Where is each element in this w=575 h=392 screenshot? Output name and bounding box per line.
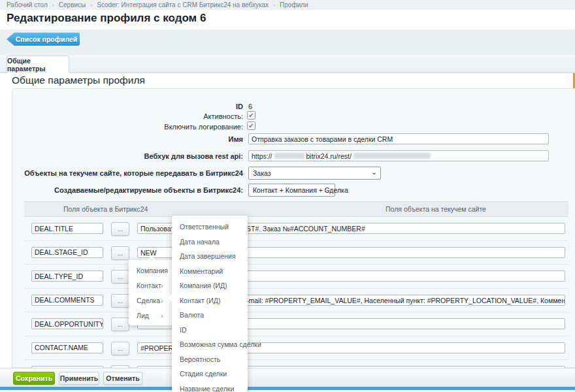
- table-header-site-fields: Поля объекта на текучем сайте: [386, 205, 486, 213]
- breadcrumb-item-profiles[interactable]: Профили: [280, 1, 308, 8]
- bitrix-field-input[interactable]: DEAL.COMMENTS: [31, 295, 103, 306]
- field-picker-button[interactable]: ...: [111, 342, 129, 355]
- submenu-item-stage[interactable]: Стадия сделки: [172, 367, 248, 382]
- field-mapping-table: Поля объекта в Битрикс24 Поля объекта на…: [24, 201, 568, 368]
- id-value: 6: [248, 103, 252, 110]
- webhook-input[interactable]: https://bitrix24.ru/rest/: [248, 150, 549, 161]
- submenu-item-comment[interactable]: Комментарий: [172, 264, 248, 279]
- submenu-arrow-icon: ›: [161, 263, 163, 278]
- site-field-value: -mail: #PROPERTY_EMAIL_VALUE#, Населенны…: [246, 297, 565, 304]
- site-field-value: NEW: [140, 249, 157, 257]
- bitrix-field-input[interactable]: DEAL.OPPORTUNITY: [31, 318, 103, 329]
- logging-label: Включить логирование:: [8, 123, 243, 131]
- footer-bar: Сохранить Применить Отменить: [0, 368, 575, 387]
- bitrix-field-input[interactable]: DEAL.TITLE: [31, 223, 103, 234]
- name-label: Имя: [8, 135, 243, 143]
- submenu-item-currency[interactable]: Валюта: [172, 308, 248, 323]
- active-checkbox[interactable]: ✔: [247, 111, 255, 120]
- submenu-item-end-date[interactable]: Дата завершения: [172, 249, 248, 264]
- bitrix-field-value: CONTACT.NAME: [35, 344, 88, 351]
- submenu-item-deal-name[interactable]: Название сделки: [172, 382, 248, 392]
- submenu-item-start-date[interactable]: Дата начала: [172, 235, 248, 250]
- submenu-item-company-id[interactable]: Компания (ИД): [172, 278, 248, 293]
- submenu-item-responsible[interactable]: Ответственный: [172, 220, 248, 235]
- breadcrumb-item-module[interactable]: Scoder: Интеграция сайта с CRM Битрикс24…: [97, 1, 269, 8]
- bottom-accent-line: [0, 387, 575, 390]
- submenu-item-id[interactable]: ID: [172, 323, 248, 338]
- field-picker-button[interactable]: ...: [111, 270, 129, 284]
- breadcrumb-separator-icon: ›: [52, 2, 54, 8]
- name-input[interactable]: Отправка заказов с товарами в сделки CRM: [248, 133, 549, 144]
- breadcrumb-item-desktop[interactable]: Рабочий стол: [7, 1, 48, 8]
- submenu-arrow-icon: ›: [161, 293, 163, 308]
- table-row: DEAL.COMMENTS ... -mail: #PROPERTY_EMAIL…: [24, 289, 568, 313]
- table-row: DEAL.TYPE_ID ...: [24, 265, 568, 289]
- bitrix-field-value: DEAL.TITLE: [35, 225, 73, 233]
- breadcrumb-item-services[interactable]: Сервисы: [59, 1, 86, 8]
- crm-objects-select[interactable]: Контакт + Компания + Сделка ⌄: [248, 184, 335, 197]
- logging-checkbox[interactable]: ✔: [247, 122, 255, 130]
- redacted-block: [353, 153, 431, 159]
- tab-general-parameters[interactable]: Общие параметры: [7, 56, 69, 73]
- menu-item-label: Лид: [137, 312, 149, 319]
- bitrix-field-value: DEAL.STAGE_ID: [35, 248, 88, 256]
- bitrix-field-value: DEAL.OPPORTUNITY: [35, 320, 103, 328]
- field-picker-button[interactable]: ...: [111, 246, 129, 260]
- cancel-button[interactable]: Отменить: [103, 372, 142, 385]
- bitrix-field-value: DEAL.COMMENTS: [35, 296, 95, 304]
- table-row: DEAL.OPPORTUNITY ...: [24, 312, 568, 336]
- table-header: Поля объекта в Битрикс24 Поля объекта на…: [24, 201, 568, 217]
- active-label: Активность:: [8, 112, 243, 120]
- bitrix-field-input[interactable]: CONTACT.NAME: [31, 342, 103, 353]
- site-field-value: ST#. Заказ №#ACCOUNT_NUMBER#: [246, 225, 365, 233]
- breadcrumb-separator-icon: ›: [90, 2, 92, 8]
- breadcrumb: Рабочий стол › Сервисы › Scoder: Интегра…: [0, 0, 575, 10]
- site-objects-value: Заказ: [253, 169, 271, 177]
- site-objects-select[interactable]: Заказ ⌄: [248, 167, 381, 180]
- section-heading: Общие параметры профиля: [12, 74, 145, 86]
- bitrix-field-value: DEAL.TYPE_ID: [35, 272, 83, 280]
- menu-item-label: Сделка: [137, 297, 160, 304]
- name-input-value: Отправка заказов с товарами в сделки CRM: [252, 135, 393, 143]
- tab-bar: [0, 55, 575, 73]
- favorite-star-icon[interactable]: ☆: [172, 13, 180, 25]
- save-button[interactable]: Сохранить: [13, 372, 55, 385]
- field-picker-button[interactable]: ...: [111, 294, 129, 308]
- toolbar-band: [0, 29, 575, 55]
- table-row: DEAL.TITLE ... Пользователь ST#. Заказ №…: [24, 217, 568, 241]
- bitrix-field-input[interactable]: DEAL.TYPE_ID: [31, 270, 103, 282]
- submenu-arrow-icon: ›: [161, 308, 163, 323]
- table-row: DEAL.STAGE_ID ... NEW: [24, 241, 568, 265]
- site-objects-label: Объекты на текучем сайте, которые переда…: [8, 169, 243, 177]
- chevron-down-icon: ⌄: [325, 185, 331, 193]
- redacted-block: [274, 153, 304, 159]
- deal-fields-submenu: Ответственный Дата начала Дата завершени…: [172, 216, 248, 392]
- submenu-item-probability[interactable]: Вероятность: [172, 352, 248, 367]
- menu-item-label: Контакт: [137, 282, 161, 289]
- chevron-down-icon: ⌄: [371, 168, 377, 176]
- submenu-item-opportunity[interactable]: Возможная сумма сделки: [172, 337, 248, 352]
- field-picker-button[interactable]: ...: [111, 222, 129, 236]
- table-row: CONTACT.NAME ... #PROPERTY_: [24, 336, 568, 361]
- crm-objects-value: Контакт + Компания + Сделка: [253, 186, 348, 194]
- table-header-bitrix-fields: Поля объекта в Битрикс24: [63, 205, 148, 213]
- breadcrumb-separator-icon: ›: [273, 2, 275, 8]
- submenu-arrow-icon: ›: [161, 278, 163, 293]
- id-label: ID: [8, 103, 243, 110]
- field-picker-button[interactable]: ...: [111, 318, 129, 331]
- apply-button[interactable]: Применить: [59, 372, 99, 385]
- webhook-domain: bitrix24.ru/rest/: [306, 152, 352, 160]
- bitrix-admin-page: { "icons": { "breadcrumb_sep": "›", "sta…: [0, 0, 575, 392]
- profiles-list-button[interactable]: Список профилей: [7, 33, 80, 46]
- submenu-item-contact-id[interactable]: Контакт (ИД): [172, 293, 248, 308]
- bitrix-field-input[interactable]: DEAL.STAGE_ID: [31, 247, 103, 258]
- crm-objects-label: Создаваемые/редактируемые объекты в Битр…: [8, 186, 243, 194]
- webhook-prefix: https://: [252, 152, 272, 160]
- webhook-label: Вебхук для вызова rest api:: [8, 152, 243, 160]
